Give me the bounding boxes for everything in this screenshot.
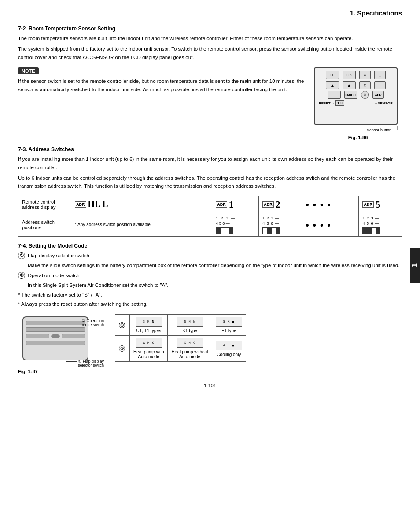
section72-heading: 7-2. Room Temperature Sensor Setting xyxy=(18,26,402,32)
model-img-hp-auto: A H C Heat pump withAuto mode xyxy=(133,338,164,359)
sensor-button-label: Sensor button xyxy=(367,128,391,132)
adr-num-5: 5 xyxy=(376,199,380,210)
model-label-k1: K1 type xyxy=(182,328,197,333)
rc-body-container: ② Operation mode switch ① Flap display s… xyxy=(18,316,99,367)
model-img-f1: S K ■ F1 type xyxy=(216,317,242,333)
tab-number: 1 xyxy=(410,263,420,267)
addr-col5-display: ADR 5 xyxy=(359,196,402,213)
annotation-op-mode-2: mode switch xyxy=(70,323,104,327)
corner-tl xyxy=(3,3,11,11)
addr-row2: Address switch positions * Any address s… xyxy=(18,213,402,236)
bottom-cross-h xyxy=(206,526,214,526)
model-label-hp-noauto: Heat pump withoutAuto mode xyxy=(171,349,208,359)
top-cross-h xyxy=(206,5,214,5)
addr-row2-label: Address switch positions xyxy=(18,213,71,236)
model-row2: ② A H C Heat pump withAuto mode xyxy=(115,336,246,362)
model-row1: ① S K N U1, T1 types xyxy=(115,315,246,336)
model-row2-num: ② xyxy=(115,336,130,362)
fig87-section: ② Operation mode switch ① Flap display s… xyxy=(18,314,402,374)
model-img-box-u1: S K N xyxy=(136,317,162,327)
item2-text: In this Single Split System Air Conditio… xyxy=(18,281,402,289)
corner-tr xyxy=(409,3,417,11)
adr-badge-1: ADR xyxy=(75,201,86,208)
model-img-box-f1: S K ■ xyxy=(216,317,242,327)
section73-heading: 7-3. Address Switches xyxy=(18,146,402,152)
adr-badge-5: ADR xyxy=(362,201,374,208)
star2-text: * Always press the reset button after sw… xyxy=(18,300,402,308)
sw-nums-top-2: 1 2 3 — xyxy=(216,216,255,220)
right-side-tab: 1 xyxy=(410,248,420,283)
item1: ① Flap display selector switch xyxy=(18,252,402,260)
item1-num: ① xyxy=(18,252,25,259)
fig87-label: Fig. 1-87 xyxy=(18,369,106,374)
adr-num-2: 1 xyxy=(229,199,234,210)
note-badge: NOTE xyxy=(18,67,39,74)
adr-num-1: HL L xyxy=(88,199,108,209)
addr-col2-display: ADR 1 xyxy=(212,196,259,213)
star1-text: * The switch is factory set to "S" / "A"… xyxy=(18,291,402,299)
model-col5: X H C Heat pump withoutAuto mode xyxy=(168,336,212,362)
item2: ② Operation mode switch xyxy=(18,271,402,279)
item1-text: Make the slide switch settings in the ba… xyxy=(18,261,402,269)
model-row1-num: ① xyxy=(115,315,130,336)
addr-sw-col5: 1 2 3 — 4 5 6 — xyxy=(359,213,402,236)
adr-dots: ● ● ● ● xyxy=(306,201,332,208)
model-img-box-hp-auto: A H C xyxy=(136,338,162,348)
model-col3: S K ■ F1 type xyxy=(212,315,246,336)
addr-sw-col4: ● ● ● ● xyxy=(302,213,359,236)
page-number: 1-101 xyxy=(18,383,402,388)
item1-heading: Flap display selector switch xyxy=(28,252,89,260)
sw-any-text: * Any address switch position available xyxy=(75,222,208,227)
addr-sw-col3: 1 2 3 — 4 5 6 — xyxy=(259,213,302,236)
model-img-k1: S N N K1 type xyxy=(171,317,208,333)
note-section: NOTE If the sensor switch is set to the … xyxy=(18,67,402,140)
model-code-table: ① S K N U1, T1 types xyxy=(115,314,246,362)
model-img-box-k1: S N N xyxy=(177,317,203,327)
section74-heading: 7-4. Setting the Model Code xyxy=(18,243,402,249)
fig87-left: ② Operation mode switch ① Flap display s… xyxy=(18,314,106,374)
model-img-u1: S K N U1, T1 types xyxy=(133,317,164,333)
page-title: 1. Specifications xyxy=(350,9,402,17)
page-container: 1 1. Specifications 7-2. Room Temperatur… xyxy=(0,0,420,531)
section73-para2: Up to 6 indoor units can be controlled s… xyxy=(18,174,402,190)
section72-para1: The room temperature sensors are built i… xyxy=(18,34,402,42)
addr-col1-display: ADR HL L xyxy=(71,196,212,213)
address-table: Remote control address display ADR HL L … xyxy=(18,196,402,237)
corner-br xyxy=(409,520,417,528)
sw-dots: ● ● ● ● xyxy=(306,221,332,228)
addr-sw-col2: 1 2 3 — 4 5 6 — xyxy=(212,213,259,236)
addr-row1: Remote control address display ADR HL L … xyxy=(18,196,402,213)
item2-num: ② xyxy=(18,272,25,279)
model-label-cooling: Cooling only xyxy=(217,352,241,357)
model-img-box-cooling: A H ■ xyxy=(216,341,242,350)
model-img-cooling: A H ■ Cooling only xyxy=(216,341,242,357)
model-col6: A H ■ Cooling only xyxy=(212,336,246,362)
fig87-right: ① S K N U1, T1 types xyxy=(115,314,402,362)
model-col4: A H C Heat pump withAuto mode xyxy=(130,336,168,362)
fig86-image: ⊕| ⊕○ ≡ ⊞ ▲ ▲ ⊞ CANCEL ⊙ ADR xyxy=(314,67,402,140)
page-header: 1. Specifications xyxy=(18,9,402,19)
model-label-u1: U1, T1 types xyxy=(136,328,161,333)
bottom-cross xyxy=(210,522,210,531)
section72-para2: The system is shipped from the factory s… xyxy=(18,45,402,61)
model-label-hp-auto: Heat pump withAuto mode xyxy=(133,349,164,359)
note-text: If the sensor switch is set to the remot… xyxy=(18,77,305,93)
fig86-label: Fig. 1-86 xyxy=(314,135,402,140)
adr-badge-3: ADR xyxy=(262,201,274,208)
annotation-flap-2: selector switch xyxy=(66,363,104,368)
model-col2: S N N K1 type xyxy=(168,315,212,336)
model-img-hp-noauto: X H C Heat pump withoutAuto mode xyxy=(171,338,208,359)
adr-badge-2: ADR xyxy=(216,201,227,208)
model-col1: S K N U1, T1 types xyxy=(130,315,168,336)
addr-sw-col1: * Any address switch position available xyxy=(71,213,212,236)
adr-num-3: 2 xyxy=(276,199,280,210)
addr-row1-label: Remote control address display xyxy=(18,196,71,213)
addr-col4-display: ● ● ● ● xyxy=(302,196,359,213)
note-content: NOTE If the sensor switch is set to the … xyxy=(18,67,305,93)
addr-col3-display: ADR 2 xyxy=(259,196,302,213)
item2-heading: Operation mode switch xyxy=(28,271,80,279)
section73-para1: If you are installing more than 1 indoor… xyxy=(18,155,402,171)
corner-bl xyxy=(3,520,11,528)
sensor-arrow-icon xyxy=(393,126,402,133)
model-img-box-hp-noauto: X H C xyxy=(177,338,203,348)
